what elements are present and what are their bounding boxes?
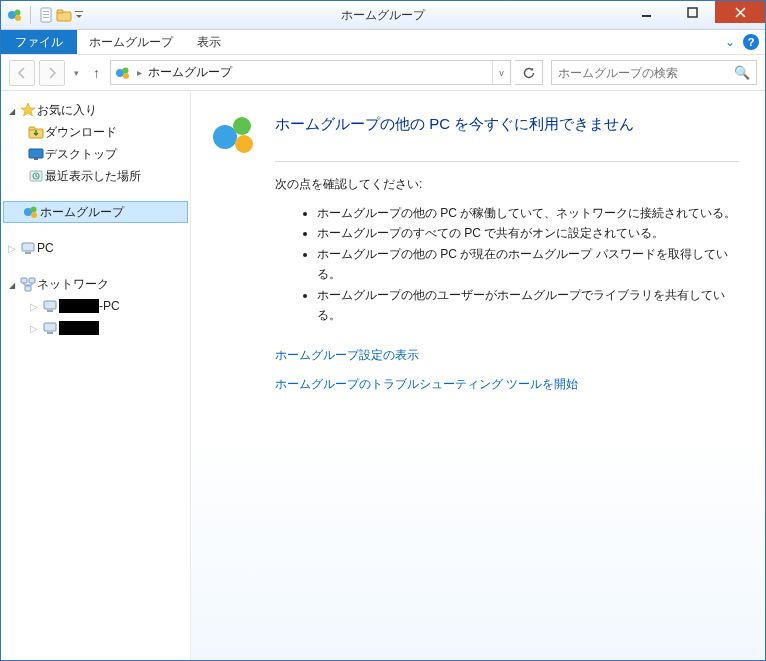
svg-rect-24 [22, 243, 34, 251]
homegroup-tab[interactable]: ホームグループ [77, 30, 185, 54]
content-title: ホームグループの他の PC を今すぐに利用できません [275, 115, 739, 134]
svg-point-23 [31, 212, 37, 218]
svg-rect-17 [29, 149, 43, 158]
expander-icon[interactable] [5, 105, 19, 116]
tree-label: 最近表示した場所 [45, 168, 141, 185]
svg-rect-27 [29, 278, 35, 283]
tree-label [59, 321, 99, 336]
svg-rect-32 [47, 332, 53, 334]
svg-point-34 [233, 117, 251, 135]
breadcrumb-separator-icon[interactable]: ▸ [137, 67, 142, 78]
tree-label: デスクトップ [45, 146, 117, 163]
expander-icon[interactable] [5, 243, 19, 254]
breadcrumb-location[interactable]: ホームグループ [148, 64, 232, 81]
navigation-pane: お気に入り ダウンロード デスクトップ 最近表示した場所 ホームグループ PC [1, 91, 191, 660]
homegroup-icon [7, 7, 23, 23]
svg-rect-16 [29, 127, 35, 130]
maximize-button[interactable] [669, 1, 715, 23]
bullet-item: ホームグループのすべての PC で共有がオンに設定されている。 [317, 223, 739, 243]
qat-dropdown-icon[interactable] [74, 7, 84, 23]
expander-icon[interactable] [27, 323, 41, 334]
svg-rect-10 [642, 15, 651, 17]
tree-recent[interactable]: 最近表示した場所 [1, 165, 190, 187]
back-button[interactable] [9, 60, 35, 86]
divider [275, 161, 739, 162]
computer-icon [19, 240, 37, 256]
svg-rect-11 [688, 8, 697, 17]
tree-desktop[interactable]: デスクトップ [1, 143, 190, 165]
tree-downloads[interactable]: ダウンロード [1, 121, 190, 143]
bullet-list: ホームグループの他の PC が稼働していて、ネットワークに接続されている。 ホー… [317, 203, 739, 325]
tree-label: お気に入り [37, 102, 97, 119]
expander-icon[interactable] [27, 301, 41, 312]
properties-icon[interactable] [38, 7, 54, 23]
address-bar[interactable]: ▸ ホームグループ v [110, 60, 511, 85]
tree-label: PC [37, 241, 54, 255]
tree-network-pc-2[interactable] [1, 317, 190, 339]
svg-point-1 [15, 10, 21, 16]
svg-rect-5 [43, 14, 49, 15]
tree-network-pc-1[interactable]: -PC [1, 295, 190, 317]
link-view-settings[interactable]: ホームグループ設定の表示 [275, 347, 739, 364]
new-folder-icon[interactable] [56, 7, 72, 23]
svg-point-13 [123, 67, 129, 73]
tree-label: -PC [59, 299, 120, 314]
desktop-icon [27, 146, 45, 162]
recent-places-icon [27, 168, 45, 184]
refresh-button[interactable] [515, 60, 543, 85]
search-input[interactable] [558, 66, 734, 80]
svg-rect-26 [21, 278, 27, 283]
tree-label: ダウンロード [45, 124, 117, 141]
svg-rect-8 [57, 10, 63, 13]
svg-rect-18 [34, 158, 38, 160]
search-box[interactable]: 🔍 [551, 60, 757, 85]
title-bar: ホームグループ [1, 1, 765, 30]
tree-label: ネットワーク [37, 276, 109, 293]
svg-point-2 [15, 15, 21, 21]
search-icon[interactable]: 🔍 [734, 65, 750, 80]
file-tab[interactable]: ファイル [1, 30, 77, 54]
recent-locations-dropdown[interactable]: ▾ [69, 68, 83, 78]
ribbon-tabs: ファイル ホームグループ 表示 ⌄ ? [1, 30, 765, 55]
svg-rect-31 [44, 323, 56, 331]
bullet-item: ホームグループの他の PC が稼働していて、ネットワークに接続されている。 [317, 203, 739, 223]
homegroup-icon [115, 65, 131, 81]
computer-icon [41, 320, 59, 336]
qat-divider [30, 6, 31, 24]
up-button[interactable]: ↑ [87, 65, 106, 81]
check-intro: 次の点を確認してください: [275, 176, 739, 193]
tree-network[interactable]: ネットワーク [1, 273, 190, 295]
svg-rect-29 [44, 301, 56, 309]
forward-button[interactable] [39, 60, 65, 86]
minimize-button[interactable] [623, 1, 669, 23]
bullet-item: ホームグループの他の PC が現在のホームグループ パスワードを取得している。 [317, 244, 739, 285]
network-icon [19, 276, 37, 292]
content-pane: ホームグループの他の PC を今すぐに利用できません 次の点を確認してください:… [191, 91, 765, 660]
svg-rect-30 [47, 310, 53, 312]
svg-rect-6 [43, 17, 49, 18]
link-troubleshoot[interactable]: ホームグループのトラブルシューティング ツールを開始 [275, 376, 739, 393]
computer-icon [41, 298, 59, 314]
view-tab[interactable]: 表示 [185, 30, 233, 54]
tree-homegroup[interactable]: ホームグループ [3, 201, 188, 223]
tree-label: ホームグループ [40, 204, 124, 221]
folder-download-icon [27, 124, 45, 140]
svg-rect-9 [75, 11, 83, 12]
homegroup-icon [22, 204, 40, 220]
quick-access-toolbar [1, 6, 84, 24]
star-icon [19, 102, 37, 118]
bullet-item: ホームグループの他のユーザーがホームグループでライブラリを共有している。 [317, 285, 739, 326]
expander-icon[interactable] [5, 279, 19, 290]
tree-pc[interactable]: PC [1, 237, 190, 259]
svg-point-22 [31, 207, 37, 213]
tree-favorites[interactable]: お気に入り [1, 99, 190, 121]
svg-rect-4 [43, 11, 49, 12]
svg-point-35 [235, 135, 253, 153]
svg-point-14 [123, 73, 129, 79]
expand-ribbon-icon[interactable]: ⌄ [725, 35, 735, 49]
help-icon[interactable]: ? [743, 34, 759, 50]
close-button[interactable] [715, 1, 765, 23]
window-controls [623, 1, 765, 23]
navigation-bar: ▾ ↑ ▸ ホームグループ v 🔍 [1, 55, 765, 91]
address-dropdown-icon[interactable]: v [492, 61, 510, 84]
